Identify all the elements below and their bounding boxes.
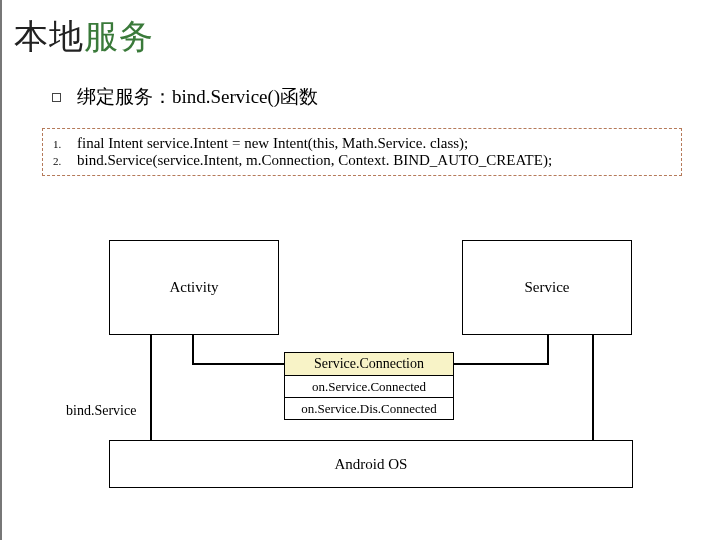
service-connection-header: Service.Connection: [284, 352, 454, 376]
code-box: 1. final Intent service.Intent = new Int…: [42, 128, 682, 176]
code-line: final Intent service.Intent = new Intent…: [77, 135, 675, 152]
activity-box: Activity: [109, 240, 279, 335]
code-line-number: 2.: [53, 152, 77, 169]
bind-service-label: bind.Service: [66, 403, 136, 419]
title-green: 服务: [84, 18, 154, 55]
service-connection-title: Service.Connection: [314, 356, 424, 372]
connector-line: [547, 335, 549, 365]
on-connected-row: on.Service.Connected: [284, 376, 454, 398]
square-bullet-icon: [52, 93, 61, 102]
code-line: bind.Service(service.Intent, m.Connectio…: [77, 152, 675, 169]
connector-line: [192, 363, 284, 365]
code-line-number: 1.: [53, 135, 77, 152]
service-label: Service: [525, 279, 570, 296]
activity-label: Activity: [169, 279, 218, 296]
android-os-label: Android OS: [335, 456, 408, 473]
connector-line: [454, 363, 549, 365]
service-connection-box: Service.Connection on.Service.Connected …: [284, 352, 454, 420]
page-title: 本地服务: [2, 0, 720, 68]
service-box: Service: [462, 240, 632, 335]
subtitle-row: 绑定服务：bind.Service()函数: [2, 68, 720, 118]
connector-line: [150, 335, 152, 440]
connector-line: [592, 335, 594, 440]
android-os-box: Android OS: [109, 440, 633, 488]
subtitle-text: 绑定服务：bind.Service()函数: [77, 84, 318, 110]
diagram: Activity Service Service.Connection on.S…: [62, 230, 662, 510]
on-disconnected-label: on.Service.Dis.Connected: [301, 401, 436, 417]
on-connected-label: on.Service.Connected: [312, 379, 426, 395]
title-black: 本地: [14, 18, 84, 55]
connector-line: [192, 335, 194, 365]
on-disconnected-row: on.Service.Dis.Connected: [284, 398, 454, 420]
